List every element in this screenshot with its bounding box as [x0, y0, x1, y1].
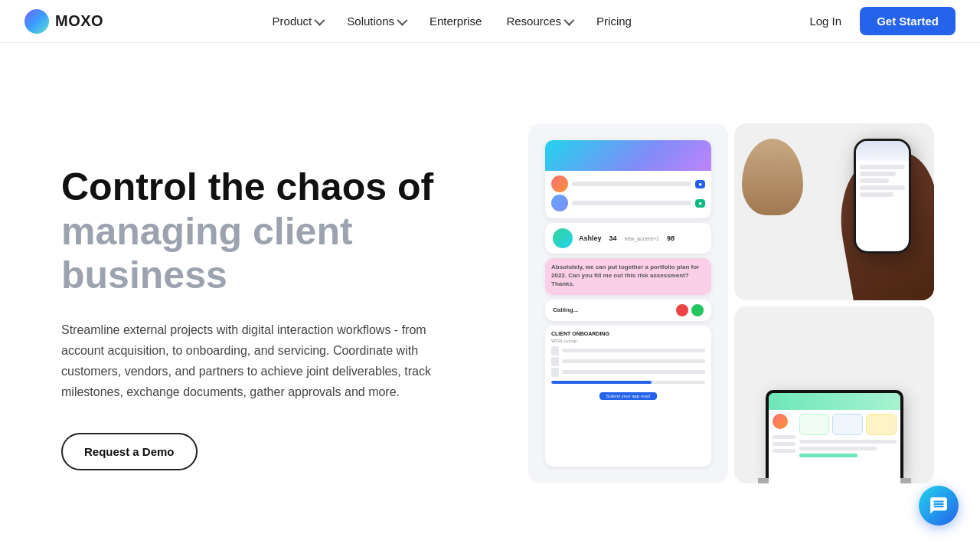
- person-portrait: [742, 139, 803, 215]
- profile-body: ● ●: [545, 171, 711, 218]
- onboard-progress-bar: [551, 381, 705, 384]
- file-line-2: [562, 359, 705, 363]
- phone-screen-content: [856, 161, 909, 201]
- laptop-card-1: [799, 414, 830, 435]
- chevron-down-icon: [397, 15, 407, 25]
- nav-item-product[interactable]: Product: [262, 8, 334, 34]
- onboard-action: Submit your app now!: [551, 387, 705, 401]
- laptop-line-3: [799, 454, 858, 457]
- laptop-header: [769, 393, 900, 410]
- phone-wrapper: [734, 123, 934, 300]
- phone-screen-header: [856, 141, 909, 161]
- hero-heading-of: of: [397, 165, 433, 208]
- sidebar-item-1: [773, 435, 795, 439]
- hero-description: Streamline external projects with digita…: [61, 319, 436, 403]
- nav-links: Product Solutions Enterprise Resources P…: [262, 8, 642, 34]
- stat-count-1: 34: [609, 234, 617, 242]
- stats-row: Ashley 34 new_accent+1 98: [579, 234, 675, 242]
- onboard-title: CLIENT ONBOARDING: [551, 331, 705, 336]
- stats-card: Ashley 34 new_accent+1 98: [545, 223, 711, 254]
- chat-message-card: Absolutely, we can put together a portfo…: [545, 258, 711, 295]
- phone-list-line-2: [860, 172, 896, 176]
- laptop-screen-content: [769, 393, 900, 478]
- app-mockup-panel: ● ● Ashley 34 new_ac: [528, 123, 728, 483]
- badge-1: ●: [695, 180, 705, 188]
- laptop-cards-row: [799, 414, 897, 435]
- stat-label-1: new_accent+1: [625, 236, 659, 241]
- laptop-card-3: [866, 414, 897, 435]
- name-line-1: [572, 182, 691, 186]
- profile-row-1: ●: [551, 175, 705, 192]
- logo-icon: [24, 9, 49, 34]
- login-button[interactable]: Log In: [800, 8, 851, 34]
- nav-item-enterprise[interactable]: Enterprise: [419, 8, 492, 34]
- laptop-body: [769, 410, 900, 478]
- file-icon-3: [551, 368, 559, 377]
- nav-item-solutions[interactable]: Solutions: [336, 8, 416, 34]
- sidebar-item-2: [773, 442, 795, 446]
- file-icon-1: [551, 346, 559, 355]
- onboard-subtitle: WGN Group: [551, 339, 705, 343]
- avatar-2: [551, 195, 568, 211]
- onboard-file-1: [551, 346, 705, 355]
- laptop-avatar: [773, 414, 788, 429]
- get-started-button[interactable]: Get Started: [860, 7, 956, 35]
- phone-list-line-5: [860, 192, 893, 197]
- badge-2: ●: [695, 199, 705, 208]
- laptop-line-1: [799, 440, 897, 444]
- chat-widget-button[interactable]: [919, 486, 959, 526]
- file-icon-2: [551, 357, 559, 366]
- accept-button[interactable]: [691, 304, 704, 316]
- nav-item-resources[interactable]: Resources: [495, 8, 583, 34]
- nav-item-pricing[interactable]: Pricing: [586, 8, 642, 34]
- onboard-file-3: [551, 368, 705, 377]
- laptop-sidebar: [773, 414, 795, 478]
- onboard-progress-fill: [551, 381, 652, 384]
- phone-list-line-4: [860, 185, 905, 190]
- app-mockup: ● ● Ashley 34 new_ac: [537, 133, 719, 474]
- laptop-screen: [766, 390, 903, 478]
- profile-card: ● ●: [545, 140, 711, 218]
- phone-device: [854, 139, 911, 254]
- phone-panel: [734, 123, 934, 300]
- file-line-1: [562, 349, 705, 352]
- name-line-2: [572, 201, 691, 205]
- hero-heading-dark: Control the chaos: [61, 165, 397, 208]
- chevron-down-icon: [315, 15, 325, 25]
- phone-screen: [856, 141, 909, 251]
- sidebar-item-3: [773, 449, 795, 453]
- onboard-action-btn[interactable]: Submit your app now!: [599, 392, 656, 400]
- request-demo-button[interactable]: Request a Demo: [61, 433, 198, 470]
- navbar: MOXO Product Solutions Enterprise Resour…: [0, 0, 980, 43]
- stat-count-2: 98: [667, 234, 675, 242]
- call-buttons: [676, 304, 704, 316]
- hero-visuals: ● ● Ashley 34 new_ac: [528, 123, 934, 483]
- chat-intro: Absolutely, we can put together a portfo…: [551, 263, 705, 289]
- logo-text: MOXO: [55, 12, 103, 30]
- profile-row-2: ●: [551, 195, 705, 211]
- hero-heading-light: managing client business: [61, 210, 353, 297]
- tablet-panel: [734, 306, 934, 483]
- hero-section: Control the chaos of managing client bus…: [0, 43, 980, 547]
- chevron-down-icon: [564, 15, 574, 25]
- phone-list-line-3: [860, 179, 889, 183]
- decline-button[interactable]: [676, 304, 688, 316]
- phone-list-line-1: [860, 165, 905, 169]
- onboarding-card: CLIENT ONBOARDING WGN Group: [545, 326, 711, 467]
- avatar-3: [553, 228, 573, 248]
- logo[interactable]: MOXO: [24, 9, 103, 34]
- nav-actions: Log In Get Started: [800, 7, 956, 35]
- hero-content: Control the chaos of managing client bus…: [61, 89, 459, 470]
- laptop-card-2: [832, 414, 863, 435]
- profile-gradient: [545, 140, 711, 171]
- laptop-line-2: [799, 447, 877, 450]
- laptop-wrapper: [766, 390, 903, 483]
- call-card: Calling...: [545, 300, 711, 321]
- file-line-3: [562, 370, 705, 374]
- chat-icon: [929, 496, 949, 516]
- laptop-main: [799, 414, 897, 478]
- call-label: Calling...: [553, 306, 578, 313]
- onboard-file-2: [551, 357, 705, 366]
- hero-heading: Control the chaos of managing client bus…: [61, 165, 459, 298]
- avatar-1: [551, 175, 568, 192]
